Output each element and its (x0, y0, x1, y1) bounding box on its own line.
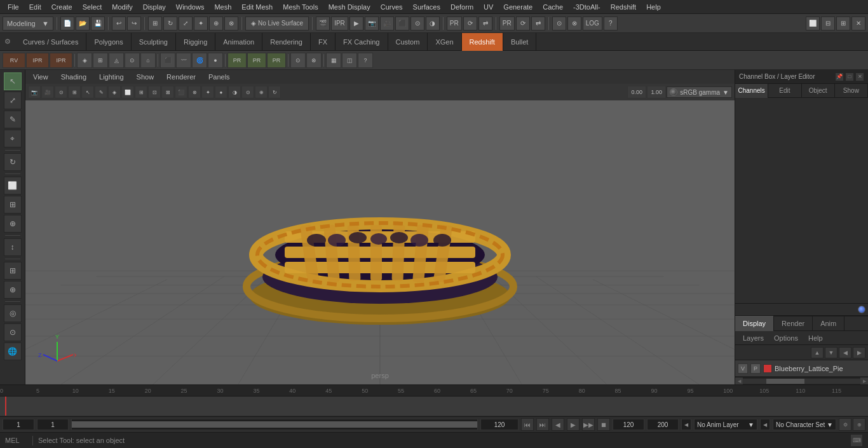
vp-paint-btn[interactable]: ✎ (95, 86, 107, 98)
panel-layout2-btn[interactable]: ⊟ (821, 17, 835, 31)
menu-windows[interactable]: Windows (171, 2, 210, 12)
xray-btn[interactable]: ⊙ (4, 323, 22, 341)
menu-select[interactable]: Select (78, 2, 107, 12)
menu-mesh-tools[interactable]: Mesh Tools (278, 2, 323, 12)
rs-icon-diamond[interactable]: ◈ (77, 53, 92, 68)
sculpt-tool-btn[interactable]: ⌖ (4, 130, 22, 147)
canvas-area[interactable]: X Y Z persp (25, 100, 735, 384)
menu-redshift[interactable]: Redshift (606, 2, 641, 12)
panel-layout3-btn[interactable]: ⊞ (836, 17, 850, 31)
vp-snap-btn[interactable]: ⊞ (68, 86, 81, 98)
menu-display[interactable]: Display (138, 2, 171, 12)
range-end-input[interactable]: 120 (480, 419, 519, 430)
vp-select-btn[interactable]: ↖ (81, 86, 94, 98)
cb-tab-channels[interactable]: Channels (735, 84, 768, 98)
panel-maximize-btn[interactable]: □ (845, 72, 854, 81)
save-btn[interactable]: 💾 (91, 17, 105, 31)
vp-cam2-btn[interactable]: 🎥 (41, 86, 54, 98)
ipr-btn[interactable]: IPR (331, 17, 348, 31)
playback-play[interactable]: ▶ (567, 418, 580, 431)
scroll-track[interactable] (743, 379, 860, 384)
tab-rigging[interactable]: Rigging (176, 33, 215, 51)
cam2-btn[interactable]: 🎥 (380, 17, 394, 31)
rs-icon-rv[interactable]: RV (3, 53, 25, 68)
undo-btn[interactable]: ↩ (112, 17, 126, 31)
rs-btn2[interactable]: ⟳ (463, 17, 477, 31)
rs-icon-wave[interactable]: 〰 (176, 53, 191, 68)
vp-menu-view[interactable]: View (28, 72, 53, 82)
menu-mesh-display[interactable]: Mesh Display (323, 2, 376, 12)
menu-edit-mesh[interactable]: Edit Mesh (236, 2, 278, 12)
vp-tex-btn[interactable]: ⊗ (188, 86, 201, 98)
layer-tab-anim[interactable]: Anim (813, 316, 844, 331)
rs-btn5[interactable]: ⟳ (516, 17, 530, 31)
redo-btn[interactable]: ↪ (127, 17, 141, 31)
current-frame-field[interactable]: 1 (3, 419, 34, 430)
vp-menu-lighting[interactable]: Lighting (94, 72, 129, 82)
menu-file[interactable]: File (3, 2, 24, 12)
tab-sculpting[interactable]: Sculpting (132, 33, 176, 51)
rotate-btn[interactable]: ↻ (163, 17, 177, 31)
connect-tool-btn[interactable]: ⊞ (4, 262, 22, 280)
rs-icon-curl[interactable]: 🌀 (192, 53, 207, 68)
vp-shadow-btn[interactable]: ● (215, 86, 227, 98)
rs-btn3[interactable]: ⇄ (478, 17, 492, 31)
vp-exposure[interactable]: 1.00 (647, 86, 666, 98)
snap-curve-btn[interactable]: ⊕ (4, 215, 22, 233)
cb-tab-object[interactable]: Object (802, 84, 835, 98)
render2-btn[interactable]: ▶ (349, 17, 363, 31)
rs-icon-comp3[interactable]: ? (358, 53, 373, 68)
menu-create[interactable]: Create (46, 2, 78, 12)
material-btn[interactable]: ⊙ (552, 17, 566, 31)
open-btn[interactable]: 📂 (76, 17, 90, 31)
playback-prev-frame[interactable]: ◀ (552, 418, 564, 431)
range-end-value[interactable]: 200 (647, 419, 679, 430)
vp-uv-btn[interactable]: ⊡ (148, 86, 161, 98)
vp-camera-btn[interactable]: 📷 (28, 86, 41, 98)
rs-icon-pr1[interactable]: PR (227, 53, 247, 68)
rs-icon-grid[interactable]: ⊞ (93, 53, 108, 68)
live-surface-btn[interactable]: ◈ No Live Surface (245, 17, 309, 31)
frame-all-btn[interactable]: ⬜ (4, 177, 22, 194)
panel-pin-btn[interactable]: 📌 (835, 72, 844, 81)
vp-menu-shading[interactable]: Shading (56, 72, 92, 82)
world-space-btn[interactable]: 🌐 (4, 343, 22, 360)
menu-deform[interactable]: Deform (445, 2, 478, 12)
tab-polygons[interactable]: Polygons (86, 33, 131, 51)
rs-icon-mat1[interactable]: ⊙ (290, 53, 306, 68)
range-start-value[interactable]: 120 (613, 419, 644, 430)
move-tool-btn[interactable]: ↕ (4, 238, 22, 256)
menu-curves[interactable]: Curves (376, 2, 408, 12)
tab-settings-icon[interactable]: ⚙ (0, 33, 15, 51)
new-scene-btn[interactable]: 📄 (60, 17, 74, 31)
select-tool-btn[interactable]: ↖ (4, 72, 22, 90)
rs-icon-drop[interactable]: ◬ (109, 53, 124, 68)
vp-screen-btn[interactable]: ⊕ (255, 86, 268, 98)
paint-tool-btn[interactable]: ✎ (4, 111, 22, 128)
vp-menu-show[interactable]: Show (132, 72, 159, 82)
rs-btn4[interactable]: PR (499, 17, 515, 31)
vp-menu-renderer[interactable]: Renderer (161, 72, 201, 82)
cb-tab-edit[interactable]: Edit (768, 84, 801, 98)
playback-stop[interactable]: ⏹ (597, 418, 610, 431)
tab-bullet[interactable]: Bullet (503, 33, 537, 51)
layer-visibility-btn[interactable]: V (738, 363, 748, 374)
snap2-btn[interactable]: ⊕ (209, 17, 223, 31)
layer-subtab-layers[interactable]: Layers (738, 331, 769, 345)
timeline-ruler[interactable]: 0510152025303540455055606570758085909510… (0, 385, 868, 397)
anim-layer-dropdown[interactable]: No Anim Layer ▼ (694, 419, 757, 430)
rs-btn6[interactable]: ⇄ (531, 17, 545, 31)
tab-redshift[interactable]: Redshift (462, 33, 503, 51)
tab-custom[interactable]: Custom (388, 33, 428, 51)
tab-curves-surfaces[interactable]: Curves / Surfaces (15, 33, 86, 51)
layer-scrollbar[interactable]: ◀ ▶ (735, 377, 868, 384)
rotate-view-btn[interactable]: ↻ (4, 153, 22, 171)
soft-select-btn[interactable]: ◎ (4, 304, 22, 322)
tab-xgen[interactable]: XGen (428, 33, 461, 51)
script-editor-btn[interactable]: ⌨ (850, 434, 863, 447)
layer-up-btn[interactable]: ▲ (811, 347, 824, 358)
lasso-tool-btn[interactable]: ⤢ (4, 92, 22, 109)
vp-gamma-minus[interactable]: 0.00 (627, 86, 646, 98)
vp-grid-btn[interactable]: ⊞ (135, 86, 147, 98)
snap3-btn[interactable]: ⊗ (224, 17, 238, 31)
